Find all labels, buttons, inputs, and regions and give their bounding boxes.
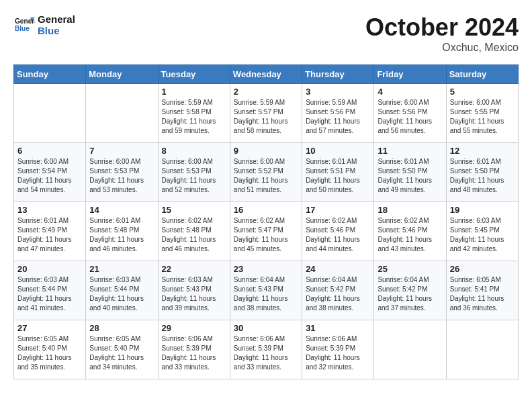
header-row: SundayMondayTuesdayWednesdayThursdayFrid… — [14, 65, 519, 84]
logo-icon: General Blue — [13, 15, 35, 34]
calendar-cell: 26Sunrise: 6:05 AM Sunset: 5:41 PM Dayli… — [446, 261, 518, 320]
calendar-week-row: 6Sunrise: 6:00 AM Sunset: 5:54 PM Daylig… — [14, 143, 519, 202]
calendar-week-row: 27Sunrise: 6:05 AM Sunset: 5:40 PM Dayli… — [14, 320, 519, 379]
cell-info: Sunrise: 6:02 AM Sunset: 5:48 PM Dayligh… — [162, 216, 226, 254]
calendar-cell: 30Sunrise: 6:06 AM Sunset: 5:39 PM Dayli… — [230, 320, 302, 379]
logo-general: General — [38, 13, 75, 25]
cell-info: Sunrise: 6:04 AM Sunset: 5:43 PM Dayligh… — [234, 275, 298, 313]
cell-info: Sunrise: 6:06 AM Sunset: 5:39 PM Dayligh… — [306, 334, 370, 372]
calendar-cell: 11Sunrise: 6:01 AM Sunset: 5:50 PM Dayli… — [374, 143, 446, 202]
calendar-cell — [86, 84, 158, 143]
day-number: 24 — [306, 264, 370, 274]
day-number: 10 — [306, 146, 370, 156]
day-number: 21 — [89, 264, 154, 274]
cell-info: Sunrise: 6:03 AM Sunset: 5:44 PM Dayligh… — [17, 275, 82, 313]
calendar-cell: 3Sunrise: 5:59 AM Sunset: 5:56 PM Daylig… — [302, 84, 374, 143]
cell-info: Sunrise: 6:01 AM Sunset: 5:49 PM Dayligh… — [17, 216, 82, 254]
day-number: 2 — [234, 87, 298, 97]
cell-info: Sunrise: 6:06 AM Sunset: 5:39 PM Dayligh… — [234, 334, 298, 372]
month-title: October 2024 — [365, 13, 519, 42]
calendar-cell: 23Sunrise: 6:04 AM Sunset: 5:43 PM Dayli… — [230, 261, 302, 320]
cell-info: Sunrise: 6:01 AM Sunset: 5:51 PM Dayligh… — [306, 157, 370, 195]
day-number: 3 — [306, 87, 370, 97]
day-number: 31 — [306, 323, 370, 333]
day-number: 9 — [234, 146, 298, 156]
day-number: 17 — [306, 205, 370, 215]
calendar-cell: 15Sunrise: 6:02 AM Sunset: 5:48 PM Dayli… — [158, 202, 230, 261]
calendar-cell — [374, 320, 446, 379]
weekday-header: Wednesday — [230, 65, 302, 84]
day-number: 14 — [89, 205, 154, 215]
calendar-cell: 14Sunrise: 6:01 AM Sunset: 5:48 PM Dayli… — [86, 202, 158, 261]
calendar-week-row: 1Sunrise: 5:59 AM Sunset: 5:58 PM Daylig… — [14, 84, 519, 143]
logo-blue: Blue — [38, 25, 75, 36]
cell-info: Sunrise: 6:01 AM Sunset: 5:50 PM Dayligh… — [378, 157, 442, 195]
day-number: 23 — [234, 264, 298, 274]
cell-info: Sunrise: 5:59 AM Sunset: 5:58 PM Dayligh… — [162, 98, 226, 136]
day-number: 16 — [234, 205, 298, 215]
cell-info: Sunrise: 6:03 AM Sunset: 5:45 PM Dayligh… — [450, 216, 515, 254]
weekday-header: Monday — [86, 65, 158, 84]
day-number: 5 — [450, 87, 515, 97]
calendar-cell: 22Sunrise: 6:03 AM Sunset: 5:43 PM Dayli… — [158, 261, 230, 320]
calendar-cell: 27Sunrise: 6:05 AM Sunset: 5:40 PM Dayli… — [14, 320, 86, 379]
cell-info: Sunrise: 6:04 AM Sunset: 5:42 PM Dayligh… — [378, 275, 442, 313]
day-number: 4 — [378, 87, 442, 97]
cell-info: Sunrise: 6:02 AM Sunset: 5:46 PM Dayligh… — [306, 216, 370, 254]
day-number: 6 — [17, 146, 82, 156]
calendar-cell: 31Sunrise: 6:06 AM Sunset: 5:39 PM Dayli… — [302, 320, 374, 379]
calendar-table: SundayMondayTuesdayWednesdayThursdayFrid… — [13, 64, 519, 379]
day-number: 20 — [17, 264, 82, 274]
day-number: 28 — [89, 323, 154, 333]
calendar-cell: 16Sunrise: 6:02 AM Sunset: 5:47 PM Dayli… — [230, 202, 302, 261]
cell-info: Sunrise: 6:00 AM Sunset: 5:54 PM Dayligh… — [17, 157, 82, 195]
cell-info: Sunrise: 6:04 AM Sunset: 5:42 PM Dayligh… — [306, 275, 370, 313]
title-block: October 2024 Oxchuc, Mexico — [365, 13, 519, 54]
day-number: 22 — [162, 264, 226, 274]
weekday-header: Thursday — [302, 65, 374, 84]
day-number: 18 — [378, 205, 442, 215]
cell-info: Sunrise: 6:05 AM Sunset: 5:40 PM Dayligh… — [89, 334, 154, 372]
cell-info: Sunrise: 6:05 AM Sunset: 5:40 PM Dayligh… — [17, 334, 82, 372]
calendar-cell: 10Sunrise: 6:01 AM Sunset: 5:51 PM Dayli… — [302, 143, 374, 202]
calendar-cell: 21Sunrise: 6:03 AM Sunset: 5:44 PM Dayli… — [86, 261, 158, 320]
day-number: 15 — [162, 205, 226, 215]
day-number: 30 — [234, 323, 298, 333]
weekday-header: Tuesday — [158, 65, 230, 84]
calendar-cell: 5Sunrise: 6:00 AM Sunset: 5:55 PM Daylig… — [446, 84, 518, 143]
calendar-cell: 13Sunrise: 6:01 AM Sunset: 5:49 PM Dayli… — [14, 202, 86, 261]
day-number: 7 — [89, 146, 154, 156]
day-number: 26 — [450, 264, 515, 274]
day-number: 8 — [162, 146, 226, 156]
calendar-cell: 12Sunrise: 6:01 AM Sunset: 5:50 PM Dayli… — [446, 143, 518, 202]
calendar-cell: 2Sunrise: 5:59 AM Sunset: 5:57 PM Daylig… — [230, 84, 302, 143]
day-number: 1 — [162, 87, 226, 97]
calendar-cell: 17Sunrise: 6:02 AM Sunset: 5:46 PM Dayli… — [302, 202, 374, 261]
weekday-header: Friday — [374, 65, 446, 84]
cell-info: Sunrise: 6:03 AM Sunset: 5:43 PM Dayligh… — [162, 275, 226, 313]
cell-info: Sunrise: 6:00 AM Sunset: 5:52 PM Dayligh… — [234, 157, 298, 195]
cell-info: Sunrise: 6:00 AM Sunset: 5:53 PM Dayligh… — [162, 157, 226, 195]
calendar-cell: 29Sunrise: 6:06 AM Sunset: 5:39 PM Dayli… — [158, 320, 230, 379]
cell-info: Sunrise: 6:00 AM Sunset: 5:53 PM Dayligh… — [89, 157, 154, 195]
calendar-cell: 28Sunrise: 6:05 AM Sunset: 5:40 PM Dayli… — [86, 320, 158, 379]
calendar-cell: 18Sunrise: 6:02 AM Sunset: 5:46 PM Dayli… — [374, 202, 446, 261]
cell-info: Sunrise: 6:00 AM Sunset: 5:55 PM Dayligh… — [450, 98, 515, 136]
cell-info: Sunrise: 6:01 AM Sunset: 5:48 PM Dayligh… — [89, 216, 154, 254]
location: Oxchuc, Mexico — [365, 42, 519, 54]
day-number: 12 — [450, 146, 515, 156]
cell-info: Sunrise: 6:01 AM Sunset: 5:50 PM Dayligh… — [450, 157, 515, 195]
cell-info: Sunrise: 5:59 AM Sunset: 5:56 PM Dayligh… — [306, 98, 370, 136]
calendar-cell: 7Sunrise: 6:00 AM Sunset: 5:53 PM Daylig… — [86, 143, 158, 202]
calendar-cell: 24Sunrise: 6:04 AM Sunset: 5:42 PM Dayli… — [302, 261, 374, 320]
cell-info: Sunrise: 6:06 AM Sunset: 5:39 PM Dayligh… — [162, 334, 226, 372]
calendar-cell: 9Sunrise: 6:00 AM Sunset: 5:52 PM Daylig… — [230, 143, 302, 202]
cell-info: Sunrise: 6:00 AM Sunset: 5:56 PM Dayligh… — [378, 98, 442, 136]
calendar-cell — [14, 84, 86, 143]
cell-info: Sunrise: 6:03 AM Sunset: 5:44 PM Dayligh… — [89, 275, 154, 313]
calendar-cell: 8Sunrise: 6:00 AM Sunset: 5:53 PM Daylig… — [158, 143, 230, 202]
weekday-header: Sunday — [14, 65, 86, 84]
day-number: 19 — [450, 205, 515, 215]
cell-info: Sunrise: 6:05 AM Sunset: 5:41 PM Dayligh… — [450, 275, 515, 313]
calendar-week-row: 13Sunrise: 6:01 AM Sunset: 5:49 PM Dayli… — [14, 202, 519, 261]
